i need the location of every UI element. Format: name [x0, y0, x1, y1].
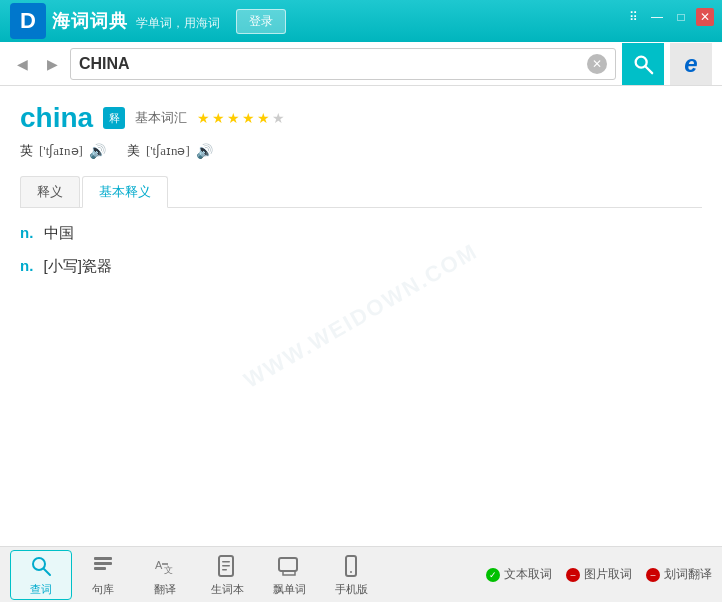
- phonetic-en-label: 英: [20, 142, 33, 160]
- phonetic-us-sound-button[interactable]: 🔊: [196, 142, 214, 160]
- search-button[interactable]: [622, 43, 664, 85]
- close-button[interactable]: ✕: [696, 8, 714, 26]
- toolbar-label-wordbook: 生词本: [211, 582, 244, 597]
- toolbar-label-floatword: 飘单词: [273, 582, 306, 597]
- dots-icon: ⠿: [624, 8, 642, 26]
- star-6[interactable]: ★: [272, 110, 285, 126]
- toolbar-label-translate: 翻译: [154, 582, 176, 597]
- app-slogan: 学单词，用海词: [136, 15, 220, 32]
- ie-button[interactable]: e: [670, 43, 712, 85]
- word-translate-status-icon: –: [646, 568, 660, 582]
- toolbar-label-mobile: 手机版: [335, 582, 368, 597]
- svg-rect-6: [94, 567, 106, 570]
- toolbar-item-corpus[interactable]: 句库: [72, 550, 134, 600]
- status-word-translate[interactable]: – 划词翻译: [646, 566, 712, 583]
- toolbar-item-translate[interactable]: A文 翻译: [134, 550, 196, 600]
- star-1[interactable]: ★: [197, 110, 210, 126]
- word-title: china: [20, 102, 93, 134]
- svg-text:A: A: [155, 559, 163, 571]
- search-clear-button[interactable]: ✕: [587, 54, 607, 74]
- star-5[interactable]: ★: [257, 110, 270, 126]
- pos-2: n.: [20, 257, 33, 274]
- star-2[interactable]: ★: [212, 110, 225, 126]
- phonetics: 英 ['tʃaɪnə] 🔊 美 ['tʃaɪnə] 🔊: [20, 142, 702, 160]
- text-lookup-label: 文本取词: [504, 566, 552, 583]
- image-lookup-status-icon: –: [566, 568, 580, 582]
- word-translate-label: 划词翻译: [664, 566, 712, 583]
- def-text-2: [小写]瓷器: [44, 257, 112, 274]
- word-category: 基本词汇: [135, 109, 187, 127]
- mobile-icon: [337, 552, 365, 580]
- search-input-wrap: ✕: [70, 48, 616, 80]
- svg-point-2: [33, 558, 45, 570]
- toolbar-label-corpus: 句库: [92, 582, 114, 597]
- svg-point-16: [350, 571, 352, 573]
- toolbar-item-lookup[interactable]: 查词: [10, 550, 72, 600]
- toolbar-item-mobile[interactable]: 手机版: [320, 550, 382, 600]
- phonetic-en-text: ['tʃaɪnə]: [39, 143, 83, 159]
- search-input[interactable]: [79, 55, 587, 73]
- text-lookup-status-icon: ✓: [486, 568, 500, 582]
- definition-tabs: 释义 基本释义: [20, 176, 702, 208]
- floatword-icon: [275, 552, 303, 580]
- title-bar: D 海词词典 学单词，用海词 登录 ⠿ — □ ✕: [0, 0, 722, 42]
- image-lookup-label: 图片取词: [584, 566, 632, 583]
- login-button[interactable]: 登录: [236, 9, 286, 34]
- definition-2: n. [小写]瓷器: [20, 257, 702, 276]
- forward-button[interactable]: ▶: [40, 52, 64, 76]
- search-bar: ◀ ▶ ✕ e: [0, 42, 722, 86]
- corpus-icon: [89, 552, 117, 580]
- bottom-toolbar: 查词 句库 A文 翻译 生词本 飘单词 手机版 ✓ 文本取词: [0, 546, 722, 602]
- status-image-lookup[interactable]: – 图片取词: [566, 566, 632, 583]
- app-logo: D: [10, 3, 46, 39]
- word-icon[interactable]: 释: [103, 107, 125, 129]
- star-4[interactable]: ★: [242, 110, 255, 126]
- toolbar-item-wordbook[interactable]: 生词本: [196, 550, 258, 600]
- svg-rect-11: [222, 561, 230, 563]
- word-stars: ★ ★ ★ ★ ★ ★: [197, 110, 285, 126]
- main-content: WWW.WEIDOWN.COM china 释 基本词汇 ★ ★ ★ ★ ★ ★…: [0, 86, 722, 546]
- svg-line-1: [646, 66, 652, 72]
- wordbook-icon: [213, 552, 241, 580]
- restore-button[interactable]: □: [672, 8, 690, 26]
- tab-shiyi[interactable]: 释义: [20, 176, 80, 207]
- toolbar-label-lookup: 查词: [30, 582, 52, 597]
- svg-rect-14: [279, 558, 297, 571]
- svg-line-3: [44, 569, 50, 575]
- phonetic-us-label: 美: [127, 142, 140, 160]
- def-text-1: 中国: [44, 224, 74, 241]
- lookup-icon: [27, 552, 55, 580]
- svg-rect-12: [222, 565, 230, 567]
- window-controls: ⠿ — □ ✕: [624, 8, 714, 26]
- translate-icon: A文: [151, 552, 179, 580]
- svg-text:文: 文: [164, 565, 173, 575]
- word-header: china 释 基本词汇 ★ ★ ★ ★ ★ ★: [20, 102, 702, 134]
- toolbar-item-floatword[interactable]: 飘单词: [258, 550, 320, 600]
- status-area: ✓ 文本取词 – 图片取词 – 划词翻译: [486, 566, 712, 583]
- star-3[interactable]: ★: [227, 110, 240, 126]
- svg-rect-5: [94, 562, 112, 565]
- definition-1: n. 中国: [20, 224, 702, 243]
- back-button[interactable]: ◀: [10, 52, 34, 76]
- svg-rect-4: [94, 557, 112, 560]
- status-text-lookup[interactable]: ✓ 文本取词: [486, 566, 552, 583]
- phonetic-us-text: ['tʃaɪnə]: [146, 143, 190, 159]
- phonetic-en-sound-button[interactable]: 🔊: [89, 142, 107, 160]
- app-name: 海词词典: [52, 9, 128, 33]
- svg-rect-13: [222, 569, 227, 571]
- tab-basic[interactable]: 基本释义: [82, 176, 168, 208]
- pos-1: n.: [20, 224, 33, 241]
- minimize-button[interactable]: —: [648, 8, 666, 26]
